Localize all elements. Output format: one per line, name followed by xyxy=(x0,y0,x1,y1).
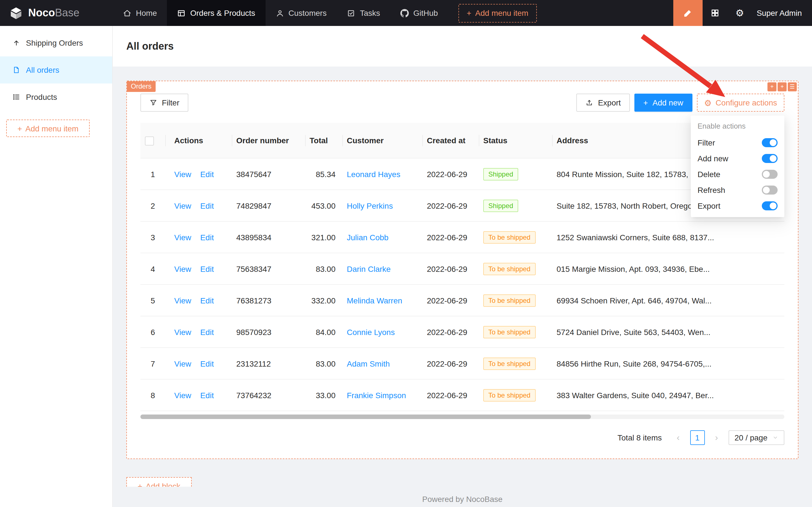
filter-toggle[interactable] xyxy=(762,138,777,147)
user-menu[interactable]: Super Admin xyxy=(752,8,812,17)
select-all-checkbox[interactable] xyxy=(145,137,154,146)
page-size-select[interactable]: 20 / page xyxy=(728,430,785,445)
edit-link[interactable]: Edit xyxy=(200,327,214,336)
highlighter-pen-icon xyxy=(683,8,693,18)
horizontal-scrollbar-thumb[interactable] xyxy=(140,414,591,419)
view-link[interactable]: View xyxy=(174,264,191,273)
table-row: 1 ViewEdit 38475647 85.34 Leonard Hayes … xyxy=(140,158,785,190)
sidebar-item-label: Shipping Orders xyxy=(26,38,83,47)
sidebar-item-products[interactable]: Products xyxy=(0,83,112,111)
brand-name: NocoBase xyxy=(28,7,79,19)
customer-link[interactable]: Connie Lyons xyxy=(347,327,395,336)
status-badge: To be shipped xyxy=(483,357,535,370)
nav-item-orders-products[interactable]: Orders & Products xyxy=(167,0,265,26)
arrow-up-icon xyxy=(12,39,20,47)
brand-logo[interactable]: NocoBase xyxy=(0,6,113,20)
enable-action-export[interactable]: Export xyxy=(691,198,785,214)
add-column-button[interactable]: + xyxy=(767,82,776,91)
edit-link[interactable]: Edit xyxy=(200,169,214,178)
cell-created-at: 2022-06-29 xyxy=(422,190,479,221)
nav-item-tasks[interactable]: Tasks xyxy=(337,0,390,26)
block-menu-button[interactable]: ☰ xyxy=(788,82,797,91)
add-new-toggle[interactable] xyxy=(762,154,777,163)
plus-icon: + xyxy=(17,124,22,133)
view-link[interactable]: View xyxy=(174,201,191,210)
home-icon xyxy=(123,9,131,17)
cell-address: 5724 Daniel Drive, Suite 563, 54403, Wen… xyxy=(552,316,785,348)
nav-item-customers[interactable]: Customers xyxy=(265,0,337,26)
refresh-toggle[interactable] xyxy=(762,185,777,194)
customer-link[interactable]: Darin Clarke xyxy=(347,264,391,273)
orders-table-icon xyxy=(177,9,186,17)
view-link[interactable]: View xyxy=(174,327,191,336)
view-link[interactable]: View xyxy=(174,296,191,305)
add-action-button[interactable]: + xyxy=(777,82,787,91)
row-index: 4 xyxy=(140,253,165,285)
delete-toggle[interactable] xyxy=(762,170,777,179)
enable-action-delete[interactable]: Delete xyxy=(691,166,785,182)
view-link[interactable]: View xyxy=(174,233,191,242)
settings-button[interactable]: ⚙ xyxy=(728,0,752,26)
customers-icon xyxy=(276,9,284,17)
configure-actions-button[interactable]: ⚙ Configure actions xyxy=(697,94,785,112)
dropdown-item-label: Export xyxy=(698,201,720,210)
prev-page-button[interactable]: ‹ xyxy=(671,430,685,445)
edit-link[interactable]: Edit xyxy=(200,296,214,305)
filter-button-label: Filter xyxy=(162,98,179,107)
chevron-down-icon xyxy=(772,435,778,441)
enable-action-add-new[interactable]: Add new xyxy=(691,151,785,166)
filter-funnel-icon xyxy=(150,99,157,107)
export-button[interactable]: Export xyxy=(577,94,630,112)
ui-editor-button[interactable] xyxy=(673,0,703,26)
cell-total: 83.00 xyxy=(305,253,342,285)
export-toggle[interactable] xyxy=(762,201,777,210)
nav-add-menu-item-button[interactable]: + Add menu item xyxy=(458,4,537,22)
edit-link[interactable]: Edit xyxy=(200,391,214,400)
block-designer-tag: Orders xyxy=(127,81,155,92)
page-1-button[interactable]: 1 xyxy=(690,430,705,445)
customer-link[interactable]: Holly Perkins xyxy=(347,201,393,210)
customer-link[interactable]: Leonard Hayes xyxy=(347,169,400,178)
block-designer-buttons: + + ☰ xyxy=(767,82,797,91)
export-icon xyxy=(586,99,593,107)
sidebar-item-shipping-orders[interactable]: Shipping Orders xyxy=(0,29,112,56)
filter-button[interactable]: Filter xyxy=(140,94,188,112)
cell-created-at: 2022-06-29 xyxy=(422,158,479,190)
edit-link[interactable]: Edit xyxy=(200,233,214,242)
sidebar-item-all-orders[interactable]: All orders xyxy=(0,56,112,83)
enable-action-refresh[interactable]: Refresh xyxy=(691,182,785,198)
edit-link[interactable]: Edit xyxy=(200,264,214,273)
nav-item-home[interactable]: Home xyxy=(113,0,167,26)
header-order-number: Order number xyxy=(232,123,305,158)
customer-link[interactable]: Julian Cobb xyxy=(347,233,389,242)
view-link[interactable]: View xyxy=(174,391,191,400)
page-size-value: 20 / page xyxy=(735,433,767,442)
view-link[interactable]: View xyxy=(174,359,191,368)
export-button-label: Export xyxy=(598,98,621,107)
sidebar-add-menu-item-button[interactable]: + Add menu item xyxy=(6,120,90,137)
enable-action-filter[interactable]: Filter xyxy=(691,135,785,151)
customer-link[interactable]: Adam Smith xyxy=(347,359,390,368)
header-actions: Actions xyxy=(165,123,232,158)
row-index: 2 xyxy=(140,190,165,221)
gear-icon: ⚙ xyxy=(735,7,744,19)
orders-table-block: Orders + + ☰ Filter Export xyxy=(126,81,799,459)
cell-order-number: 76381273 xyxy=(232,285,305,316)
table-row: 2 ViewEdit 74829847 453.00 Holly Perkins… xyxy=(140,190,785,221)
plugin-manager-button[interactable] xyxy=(703,0,728,26)
add-block-button[interactable]: + Add block xyxy=(126,477,192,487)
row-index: 5 xyxy=(140,285,165,316)
edit-link[interactable]: Edit xyxy=(200,359,214,368)
cell-order-number: 98570923 xyxy=(232,316,305,348)
powered-by-footer: Powered by NocoBase xyxy=(126,495,799,507)
customer-link[interactable]: Melinda Warren xyxy=(347,296,402,305)
customer-link[interactable]: Frankie Simpson xyxy=(347,391,406,400)
nav-item-github[interactable]: GitHub xyxy=(390,0,448,26)
next-page-button[interactable]: › xyxy=(709,430,724,445)
edit-link[interactable]: Edit xyxy=(200,201,214,210)
status-badge: To be shipped xyxy=(483,389,535,401)
add-new-button-label: Add new xyxy=(652,98,683,107)
view-link[interactable]: View xyxy=(174,169,191,178)
add-new-button[interactable]: + Add new xyxy=(634,94,692,112)
row-index: 7 xyxy=(140,348,165,379)
